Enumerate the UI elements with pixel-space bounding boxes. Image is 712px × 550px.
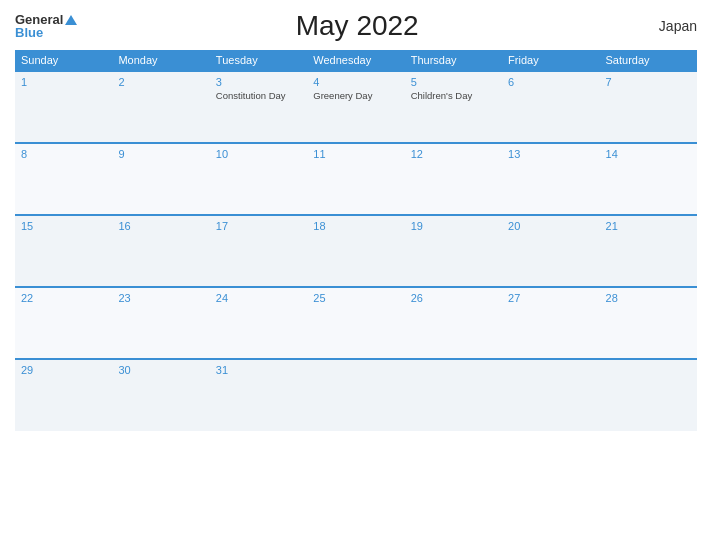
calendar-cell: 10 — [210, 143, 307, 215]
calendar-cell: 21 — [600, 215, 697, 287]
calendar-cell: 23 — [112, 287, 209, 359]
calendar-cell: 8 — [15, 143, 112, 215]
header: General Blue May 2022 Japan — [15, 10, 697, 42]
day-number: 20 — [508, 220, 593, 232]
day-number: 25 — [313, 292, 398, 304]
day-number: 16 — [118, 220, 203, 232]
day-number: 14 — [606, 148, 691, 160]
calendar-cell: 1 — [15, 71, 112, 143]
calendar-cell: 9 — [112, 143, 209, 215]
day-number: 3 — [216, 76, 301, 88]
calendar-week-row: 123Constitution Day4Greenery Day5Childre… — [15, 71, 697, 143]
day-number: 11 — [313, 148, 398, 160]
calendar-cell — [502, 359, 599, 431]
calendar-week-row: 22232425262728 — [15, 287, 697, 359]
header-wednesday: Wednesday — [307, 50, 404, 71]
day-number: 5 — [411, 76, 496, 88]
header-saturday: Saturday — [600, 50, 697, 71]
day-number: 1 — [21, 76, 106, 88]
calendar-cell — [600, 359, 697, 431]
calendar-cell: 22 — [15, 287, 112, 359]
days-header-row: Sunday Monday Tuesday Wednesday Thursday… — [15, 50, 697, 71]
day-number: 18 — [313, 220, 398, 232]
holiday-label: Children's Day — [411, 90, 496, 102]
calendar-cell: 19 — [405, 215, 502, 287]
calendar-cell: 27 — [502, 287, 599, 359]
day-number: 24 — [216, 292, 301, 304]
header-sunday: Sunday — [15, 50, 112, 71]
country-label: Japan — [637, 18, 697, 34]
logo: General Blue — [15, 13, 77, 39]
day-number: 9 — [118, 148, 203, 160]
calendar-cell: 14 — [600, 143, 697, 215]
calendar-cell — [307, 359, 404, 431]
calendar-week-row: 293031 — [15, 359, 697, 431]
holiday-label: Constitution Day — [216, 90, 301, 102]
calendar-cell: 5Children's Day — [405, 71, 502, 143]
day-number: 15 — [21, 220, 106, 232]
day-number: 12 — [411, 148, 496, 160]
day-number: 30 — [118, 364, 203, 376]
calendar-cell: 26 — [405, 287, 502, 359]
day-number: 13 — [508, 148, 593, 160]
calendar-cell: 25 — [307, 287, 404, 359]
day-number: 26 — [411, 292, 496, 304]
calendar-page: General Blue May 2022 Japan Sunday Monda… — [0, 0, 712, 550]
calendar-cell: 17 — [210, 215, 307, 287]
day-number: 23 — [118, 292, 203, 304]
calendar-week-row: 15161718192021 — [15, 215, 697, 287]
day-number: 21 — [606, 220, 691, 232]
calendar-table: Sunday Monday Tuesday Wednesday Thursday… — [15, 50, 697, 431]
header-thursday: Thursday — [405, 50, 502, 71]
day-number: 8 — [21, 148, 106, 160]
calendar-cell: 2 — [112, 71, 209, 143]
header-tuesday: Tuesday — [210, 50, 307, 71]
calendar-cell: 30 — [112, 359, 209, 431]
calendar-cell: 16 — [112, 215, 209, 287]
day-number: 22 — [21, 292, 106, 304]
day-number: 17 — [216, 220, 301, 232]
logo-blue-text: Blue — [15, 26, 43, 39]
day-number: 31 — [216, 364, 301, 376]
calendar-week-row: 891011121314 — [15, 143, 697, 215]
calendar-cell: 20 — [502, 215, 599, 287]
calendar-title: May 2022 — [77, 10, 637, 42]
day-number: 27 — [508, 292, 593, 304]
logo-triangle-icon — [65, 15, 77, 25]
calendar-cell: 11 — [307, 143, 404, 215]
day-number: 29 — [21, 364, 106, 376]
day-number: 2 — [118, 76, 203, 88]
header-monday: Monday — [112, 50, 209, 71]
calendar-cell: 18 — [307, 215, 404, 287]
calendar-cell: 6 — [502, 71, 599, 143]
day-number: 19 — [411, 220, 496, 232]
day-number: 4 — [313, 76, 398, 88]
header-friday: Friday — [502, 50, 599, 71]
calendar-cell: 24 — [210, 287, 307, 359]
calendar-cell: 29 — [15, 359, 112, 431]
calendar-cell: 31 — [210, 359, 307, 431]
day-number: 6 — [508, 76, 593, 88]
calendar-cell: 7 — [600, 71, 697, 143]
day-number: 28 — [606, 292, 691, 304]
holiday-label: Greenery Day — [313, 90, 398, 102]
calendar-cell: 28 — [600, 287, 697, 359]
calendar-cell: 15 — [15, 215, 112, 287]
calendar-cell: 3Constitution Day — [210, 71, 307, 143]
calendar-cell — [405, 359, 502, 431]
calendar-cell: 13 — [502, 143, 599, 215]
calendar-cell: 12 — [405, 143, 502, 215]
calendar-cell: 4Greenery Day — [307, 71, 404, 143]
day-number: 7 — [606, 76, 691, 88]
day-number: 10 — [216, 148, 301, 160]
